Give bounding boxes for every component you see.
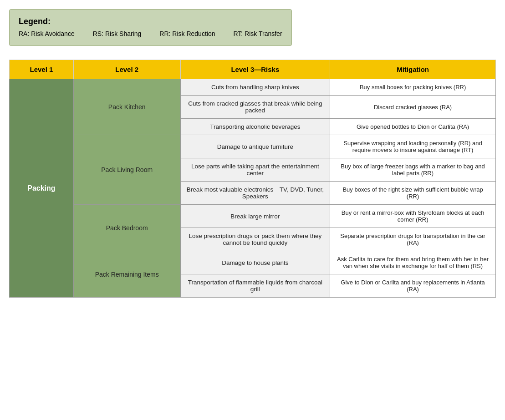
mitigation-cell: Buy boxes of the right size with suffici…: [330, 182, 496, 205]
risk-cell: Cuts from cracked glasses that break whi…: [180, 96, 330, 119]
level2-pack-bedroom: Pack Bedroom: [73, 205, 180, 251]
legend-item-rt: RT: Risk Transfer: [233, 30, 282, 37]
header-level3: Level 3—Risks: [180, 60, 330, 79]
risk-table-wrapper: Level 1 Level 2 Level 3—Risks Mitigation…: [9, 60, 496, 298]
legend-item-ra: RA: Risk Avoidance: [19, 30, 75, 37]
legend-item-rs: RS: Risk Sharing: [93, 30, 142, 37]
mitigation-cell: Buy small boxes for packing knives (RR): [330, 79, 496, 96]
risk-cell: Transporting alcoholic beverages: [180, 119, 330, 135]
mitigation-cell: Give opened bottles to Dion or Carlita (…: [330, 119, 496, 135]
risk-table: Level 1 Level 2 Level 3—Risks Mitigation…: [9, 60, 496, 298]
legend-box: Legend: RA: Risk Avoidance RS: Risk Shar…: [9, 9, 292, 46]
legend-item-rr: RR: Risk Reduction: [159, 30, 215, 37]
mitigation-cell: Ask Carlita to care for them and bring t…: [330, 251, 496, 274]
mitigation-cell: Buy or rent a mirror-box with Styrofoam …: [330, 205, 496, 228]
mitigation-cell: Buy box of large freezer bags with a mar…: [330, 158, 496, 182]
risk-cell: Cuts from handling sharp knives: [180, 79, 330, 96]
level1-packing: Packing: [10, 79, 74, 298]
mitigation-cell: Separate prescription drugs for transpor…: [330, 228, 496, 251]
legend-items: RA: Risk Avoidance RS: Risk Sharing RR: …: [19, 30, 282, 37]
legend-title: Legend:: [19, 17, 282, 26]
risk-cell: Transportation of flammable liquids from…: [180, 274, 330, 298]
level2-pack-remaining-items: Pack Remaining Items: [73, 251, 180, 298]
risk-cell: Lose parts while taking apart the entert…: [180, 158, 330, 182]
header-mitigation: Mitigation: [330, 60, 496, 79]
level2-pack-kitchen: Pack Kitchen: [73, 79, 180, 135]
risk-cell: Break most valuable electronics—TV, DVD,…: [180, 182, 330, 205]
risk-cell: Break large mirror: [180, 205, 330, 228]
risk-cell: Damage to antique furniture: [180, 135, 330, 158]
risk-cell: Damage to house plants: [180, 251, 330, 274]
risk-cell: Lose prescription drugs or pack them whe…: [180, 228, 330, 251]
mitigation-cell: Discard cracked glasses (RA): [330, 96, 496, 119]
mitigation-cell: Give to Dion or Carlita and buy replacem…: [330, 274, 496, 298]
header-level2: Level 2: [73, 60, 180, 79]
mitigation-cell: Supervise wrapping and loading personall…: [330, 135, 496, 158]
header-level1: Level 1: [10, 60, 74, 79]
level2-pack-living-room: Pack Living Room: [73, 135, 180, 205]
